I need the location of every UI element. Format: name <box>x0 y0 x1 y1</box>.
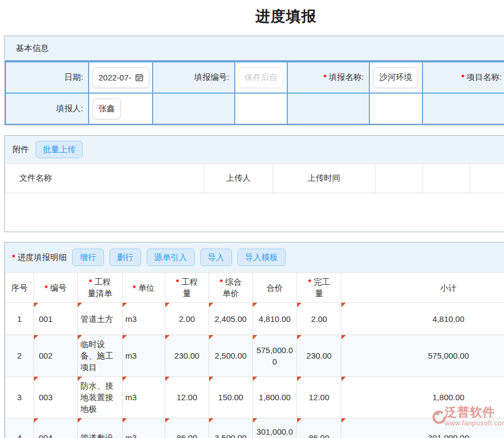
detail-col-code: *编号 <box>34 273 78 303</box>
detail-cell-boq-item[interactable]: 管道土方 <box>78 303 123 335</box>
required-asterisk: * <box>308 277 311 286</box>
detail-cell-boq-item[interactable]: 防水、接地装置接地极 <box>78 377 123 418</box>
detail-cell-unit[interactable]: m3 <box>123 303 165 335</box>
detail-header-row: 序号*编号*工程量清单*单位*工程量*综合单价合价*完工量小计 <box>5 273 504 303</box>
detail-col-boq-item: *工程量清单 <box>78 273 123 303</box>
detail-col-subtotal: 小计 <box>341 273 504 303</box>
report-no-placeholder: 保存后自 <box>245 72 277 83</box>
detail-cell-amount[interactable]: 4,810.00 <box>253 303 297 335</box>
page-title: 进度填报 <box>0 7 504 26</box>
basic-info-table: 日期: 2022-07- <box>5 61 504 125</box>
detail-cell-quantity[interactable]: 230.00 <box>165 335 209 377</box>
attach-col-empty <box>471 164 504 193</box>
required-asterisk: * <box>176 277 179 286</box>
required-asterisk: * <box>89 277 92 286</box>
batch-upload-button[interactable]: 批量上传 <box>36 141 83 158</box>
report-no-label-cell: 填报编号: <box>153 62 235 93</box>
detail-cell-unit[interactable]: m3 <box>123 418 165 438</box>
report-name-value: 沙河环境 <box>379 72 412 83</box>
basic-info-header: 基本信息 <box>5 36 504 61</box>
detail-row: 4004管道敷设m386.003,500.00301,000.0086.0030… <box>5 418 504 438</box>
detail-cell-boq-item[interactable]: 管道敷设 <box>78 418 123 438</box>
detail-cell-completed-qty[interactable]: 12.00 <box>297 377 341 418</box>
detail-cell-unit-price[interactable]: 2,500.00 <box>209 335 253 377</box>
detail-row: 2002临时设备、施工项目m3230.002,500.00575,000.002… <box>5 335 504 377</box>
report-name-input[interactable]: 沙河环境 <box>373 67 418 88</box>
detail-cell-unit-price[interactable]: 150.00 <box>209 377 253 418</box>
attach-col-empty <box>375 164 423 193</box>
source-import-button[interactable]: 源单引入 <box>147 249 195 266</box>
detail-cell-quantity[interactable]: 86.00 <box>165 418 209 438</box>
detail-cell-seq: 3 <box>5 377 34 418</box>
date-cell: 2022-07- <box>89 62 153 93</box>
attachments-section: 附件 批量上传 文件名称 上传人 上传时间 <box>4 135 504 232</box>
page: 进度填报 基本信息 日期: 2022-07- <box>0 7 504 438</box>
attachments-header: 附件 批量上传 <box>5 136 504 163</box>
detail-cell-code[interactable]: 001 <box>34 303 78 335</box>
required-asterisk: * <box>323 72 327 82</box>
detail-table-body: 1001管道土方m32.002,405.004,810.002.004,810.… <box>5 303 504 438</box>
delete-row-button[interactable]: 删行 <box>109 249 141 266</box>
detail-col-seq: 序号 <box>5 273 34 303</box>
import-template-button[interactable]: 导入模板 <box>237 249 286 266</box>
detail-table: 序号*编号*工程量清单*单位*工程量*综合单价合价*完工量小计 1001管道土方… <box>5 272 504 438</box>
report-no-cell: 保存后自 <box>235 62 287 93</box>
detail-cell-completed-qty[interactable]: 2.00 <box>297 303 341 335</box>
report-no-input[interactable]: 保存后自 <box>239 67 283 88</box>
detail-col-completed-qty: *完工量 <box>297 273 341 303</box>
attachments-title: 附件 <box>13 145 29 155</box>
detail-cell-subtotal[interactable]: 4,810.00 <box>341 303 504 335</box>
required-asterisk: * <box>220 277 223 286</box>
date-input[interactable]: 2022-07- <box>92 67 149 88</box>
detail-cell-quantity[interactable]: 2.00 <box>165 303 209 335</box>
add-row-button[interactable]: 增行 <box>72 249 104 266</box>
detail-cell-seq: 4 <box>5 418 34 438</box>
detail-cell-completed-qty[interactable]: 230.00 <box>297 335 341 377</box>
calendar-icon <box>135 73 143 82</box>
detail-cell-seq: 1 <box>5 303 34 335</box>
date-label-cell: 日期: <box>5 62 89 93</box>
detail-col-unit: *单位 <box>123 273 165 303</box>
detail-cell-quantity[interactable]: 12.00 <box>165 377 209 418</box>
attach-col-file-name: 文件名称 <box>5 164 204 193</box>
attach-col-uploader: 上传人 <box>204 164 273 193</box>
detail-section: *进度填报明细 增行 删行 源单引入 导入 导入模板 序号*编号*工程量清单*单… <box>4 242 504 438</box>
detail-cell-code[interactable]: 004 <box>34 418 78 438</box>
detail-col-quantity: *工程量 <box>165 273 209 303</box>
report-name-label: 填报名称: <box>329 72 364 82</box>
detail-row: 3003防水、接地装置接地极m312.00150.001,800.0012.00… <box>5 377 504 418</box>
detail-cell-subtotal[interactable]: 301,000.00 <box>341 418 504 438</box>
detail-cell-subtotal[interactable]: 575,000.00 <box>341 335 504 377</box>
reporter-label: 填报人: <box>56 103 83 113</box>
project-name-label: 项目名称: <box>467 72 502 82</box>
project-name-label-cell: *项目名称: <box>422 62 504 93</box>
detail-cell-unit[interactable]: m3 <box>123 335 165 377</box>
detail-cell-unit-price[interactable]: 3,500.00 <box>209 418 253 438</box>
report-name-cell: 沙河环境 <box>369 62 422 93</box>
detail-cell-code[interactable]: 002 <box>34 335 78 377</box>
attach-col-upload-time: 上传时间 <box>273 164 375 193</box>
date-value: 2022-07- <box>99 73 131 82</box>
detail-row: 1001管道土方m32.002,405.004,810.002.004,810.… <box>5 303 504 335</box>
detail-col-amount: 合价 <box>253 273 297 303</box>
attachments-table: 文件名称 上传人 上传时间 <box>5 163 504 193</box>
detail-cell-amount[interactable]: 575,000.00 <box>253 335 297 377</box>
detail-cell-subtotal[interactable]: 1,800.00 <box>341 377 504 418</box>
detail-cell-unit[interactable]: m3 <box>123 377 165 418</box>
detail-cell-amount[interactable]: 301,000.00 <box>253 418 297 438</box>
reporter-value: 张鑫 <box>99 103 115 114</box>
required-asterisk: * <box>461 72 465 82</box>
report-no-label: 填报编号: <box>194 72 229 82</box>
import-button[interactable]: 导入 <box>200 249 232 266</box>
detail-cell-boq-item[interactable]: 临时设备、施工项目 <box>78 335 123 377</box>
report-name-label-cell: *填报名称: <box>287 62 369 93</box>
detail-cell-completed-qty[interactable]: 86.00 <box>297 418 341 438</box>
reporter-cell: 张鑫 <box>89 93 153 124</box>
detail-cell-amount[interactable]: 1,800.00 <box>253 377 297 418</box>
detail-cell-seq: 2 <box>5 335 34 377</box>
reporter-input[interactable]: 张鑫 <box>92 99 121 119</box>
detail-cell-unit-price[interactable]: 2,405.00 <box>209 303 253 335</box>
detail-cell-code[interactable]: 003 <box>34 377 78 418</box>
detail-col-unit-price: *综合单价 <box>209 273 253 303</box>
required-asterisk: * <box>12 252 15 262</box>
